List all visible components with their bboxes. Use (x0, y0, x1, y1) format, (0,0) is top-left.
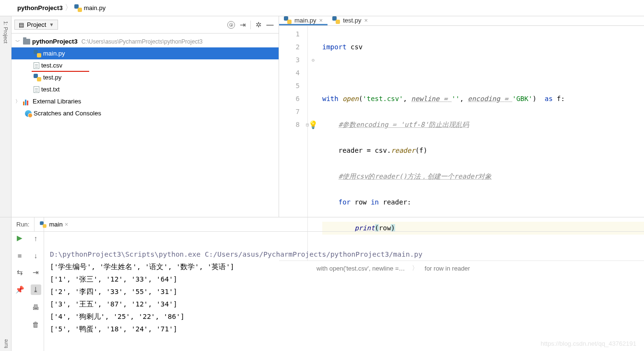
breadcrumb-bar: pythonProject3 〉 main.py (0, 0, 644, 16)
chevron-down-icon: ▼ (49, 22, 54, 27)
run-panel: ture ▶ ■ ⇆ 📌 ↑ ↓ ⇥ ⤓ 🖶 🗑 Run: main (0, 217, 644, 351)
scratches-icon (25, 110, 32, 117)
run-command-line: D:\pythonProject3\Scripts\python.exe C:/… (50, 250, 422, 258)
gear-icon[interactable]: ✲ (253, 19, 264, 31)
watermark-text: https://blog.csdn.net/qq_43762191 (541, 340, 637, 347)
bottom-left-rail: ture (0, 217, 12, 351)
down-icon[interactable]: ↓ (31, 250, 41, 260)
project-tool-tab[interactable]: 1: Project (3, 19, 9, 48)
run-tab-main[interactable]: main × (35, 217, 73, 231)
tree-file-test-txt[interactable]: test.txt (12, 83, 279, 95)
output-line: ['4', '狗剩儿', '25', '22', '86'] (50, 313, 185, 320)
fold-end-icon[interactable]: ⊟ (306, 118, 309, 131)
editor-tab-main-py[interactable]: main.py × (279, 16, 328, 25)
close-tab-icon[interactable]: × (319, 17, 323, 24)
editor-panel: main.py × test.py × 1 2 3 4 5 (279, 16, 644, 217)
project-tree[interactable]: ﹀ pythonProject3 C:\Users\asus\PycharmPr… (12, 34, 279, 217)
libraries-icon (23, 98, 31, 105)
output-line: ['2', '李四', '33', '55', '31'] (50, 288, 177, 295)
layout-icon[interactable]: ⇆ (14, 267, 25, 278)
python-file-icon (34, 74, 41, 81)
editor-tab-bar: main.py × test.py × (279, 16, 644, 26)
run-panel-label: Run: (12, 221, 34, 228)
close-tab-icon[interactable]: × (65, 221, 69, 228)
tree-file-main-py[interactable]: main.py (12, 47, 279, 59)
run-toolbar-secondary: ↑ ↓ ⇥ ⤓ 🖶 🗑 (28, 217, 44, 351)
output-line: ['3', '王五', '87', '12', '34'] (50, 300, 177, 308)
chevron-down-icon[interactable]: ﹀ (14, 38, 21, 45)
stop-icon[interactable]: ■ (14, 250, 25, 260)
breadcrumb-separator-icon: 〉 (65, 3, 72, 13)
tree-file-test-csv[interactable]: test.csv (12, 59, 279, 71)
run-output[interactable]: D:\pythonProject3\Scripts\python.exe C:/… (44, 232, 644, 351)
output-line: ['1', '张三', '12', '33', '64'] (50, 275, 177, 283)
breadcrumb-file[interactable]: main.py (84, 4, 106, 11)
chevron-right-icon[interactable]: 〉 (14, 98, 21, 105)
folder-icon (23, 39, 30, 45)
up-icon[interactable]: ↑ (31, 233, 41, 243)
text-file-icon (34, 62, 39, 69)
project-panel-header: ▤ Project ▼ ⇥ ✲ — (12, 16, 279, 34)
python-file-icon (332, 16, 340, 24)
scroll-to-end-icon[interactable]: ⤓ (31, 284, 41, 295)
close-tab-icon[interactable]: × (364, 17, 368, 24)
project-view-dropdown[interactable]: ▤ Project ▼ (14, 20, 58, 30)
breadcrumb-project[interactable]: pythonProject3 (17, 4, 63, 11)
output-line: ['学生编号', '学生姓名', '语文', '数学', '英语'] (50, 263, 234, 271)
tree-file-test-py[interactable]: test.py (12, 71, 279, 83)
intention-bulb-icon[interactable]: 💡 (308, 118, 318, 131)
text-file-icon (34, 86, 39, 93)
wrap-icon[interactable]: ⇥ (31, 267, 41, 278)
tree-root[interactable]: ﹀ pythonProject3 C:\Users\asus\PycharmPr… (12, 35, 279, 47)
editor-tab-test-py[interactable]: test.py × (328, 16, 373, 25)
locate-icon[interactable] (225, 19, 237, 31)
output-line: ['5', '鸭蛋', '18', '24', '71'] (50, 325, 177, 333)
red-underline-annotation (32, 71, 89, 72)
project-panel: ▤ Project ▼ ⇥ ✲ — ﹀ pythonProject3 C:\Us… (12, 16, 279, 217)
python-file-icon (284, 16, 292, 24)
tree-external-libraries[interactable]: 〉 External Libraries (12, 95, 279, 107)
print-icon[interactable]: 🖶 (31, 302, 41, 312)
fold-start-icon[interactable]: ⊖ (312, 54, 315, 67)
python-file-icon (40, 221, 47, 228)
pin-icon[interactable]: 📌 (14, 284, 25, 295)
run-header: Run: main × (12, 217, 644, 232)
trash-icon[interactable]: 🗑 (31, 319, 41, 329)
hide-panel-icon[interactable]: — (264, 19, 276, 31)
left-tool-rail: 1: Project (0, 16, 12, 217)
collapse-all-icon[interactable]: ⇥ (237, 19, 248, 31)
tree-scratches[interactable]: Scratches and Consoles (12, 107, 279, 119)
rerun-icon[interactable]: ▶ (14, 233, 25, 243)
python-file-icon (34, 50, 41, 57)
python-file-icon (74, 4, 82, 12)
run-toolbar-primary: ▶ ■ ⇆ 📌 (12, 217, 28, 351)
